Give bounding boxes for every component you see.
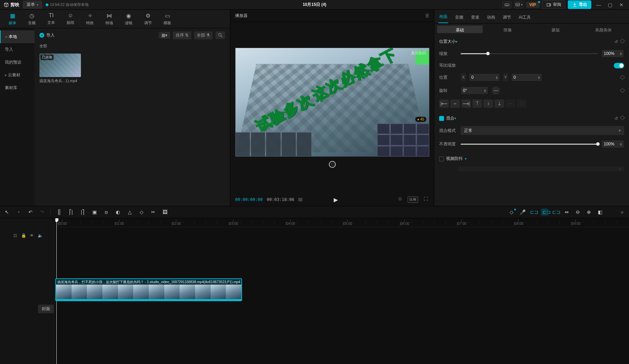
split-left[interactable]: ⎡| <box>67 209 74 215</box>
rotation-value[interactable]: 0°▴▾ <box>461 86 488 95</box>
menu-button[interactable]: 菜单▾ <box>23 1 42 9</box>
maximize-button[interactable]: ▢ <box>606 2 614 8</box>
blendmode-select[interactable]: 正常▾ <box>461 126 624 135</box>
align-right[interactable]: ⟶| <box>461 99 471 108</box>
align-vcenter[interactable]: ↕ <box>483 99 493 108</box>
keyframe-icon[interactable] <box>620 88 625 93</box>
align-top[interactable]: ⟙ <box>472 99 482 108</box>
insp-tab-speed[interactable]: 变速 <box>470 12 480 23</box>
timeline-zoom-in[interactable]: ⊕ <box>585 209 592 215</box>
stabilize-select[interactable]: ▾ <box>459 166 624 171</box>
view-grid-button[interactable]: ▦▾ <box>159 32 170 39</box>
select-tool[interactable]: ↖ <box>3 209 10 215</box>
opacity-slider[interactable] <box>461 144 598 145</box>
align-left[interactable]: |⟵ <box>439 99 449 108</box>
preview-menu-icon[interactable]: ☰ <box>425 13 429 18</box>
review-button[interactable]: 审阅 <box>542 0 565 9</box>
timeline-ruler[interactable]: |00:00|01:00|02:00|03:00|04:00|05:00|06:… <box>55 218 629 227</box>
search-button[interactable] <box>215 31 225 39</box>
tab-transition[interactable]: ⋈转场 <box>100 10 119 28</box>
timeline-zoom-out[interactable]: ⊖ <box>574 209 581 215</box>
subtab-basic[interactable]: 基础 <box>437 26 483 33</box>
nav-cloud[interactable]: 云素材 <box>0 69 35 82</box>
sort-button[interactable]: 排序 ⇅ <box>173 31 191 39</box>
align-bottom[interactable]: ⟘ <box>494 99 504 108</box>
tab-effect[interactable]: ✧特效 <box>80 10 100 28</box>
rotation-dial[interactable]: — <box>492 86 500 95</box>
minimize-button[interactable]: — <box>594 2 603 8</box>
split-right[interactable]: |⎤ <box>79 209 86 215</box>
tab-media[interactable]: ▦媒体 <box>3 10 22 28</box>
timeline-tracks[interactable]: |00:00|01:00|02:00|03:00|04:00|05:00|06:… <box>55 218 629 364</box>
nav-import[interactable]: 导入 <box>0 43 35 56</box>
split-tool[interactable]: ⎥⎢ <box>56 209 63 215</box>
keyframe-icon[interactable] <box>620 75 625 80</box>
filter-all-button[interactable]: 全部 ⚗ <box>194 31 213 39</box>
timeline-mode[interactable]: ⇔ <box>563 209 570 215</box>
safe-zone-icon[interactable]: ⦾ <box>397 197 404 203</box>
keyframe-icon[interactable] <box>620 38 625 43</box>
insp-tab-ai[interactable]: AI工具 <box>518 12 531 23</box>
import-button[interactable]: +导入 <box>39 32 55 38</box>
smart-tool[interactable]: 🖼 <box>161 209 168 215</box>
scale-value[interactable]: 100%▴▾ <box>601 49 624 58</box>
timecode-bars-icon[interactable] <box>298 198 302 201</box>
crop-tool[interactable]: ▣ <box>91 209 98 215</box>
track-mute-icon[interactable]: 🔈 <box>38 233 43 238</box>
insp-tab-anim[interactable]: 动画 <box>486 12 496 23</box>
nav-library[interactable]: 素材库 <box>0 82 35 94</box>
vip-button[interactable]: VIP <box>526 2 539 8</box>
mic-icon[interactable]: 🎤 <box>519 209 526 215</box>
opacity-value[interactable]: 100%▴▾ <box>601 140 624 148</box>
freeze-tool[interactable]: ⧈ <box>103 209 110 215</box>
insp-tab-adjust[interactable]: 调节 <box>502 12 512 23</box>
tab-adjust[interactable]: ⚙调节 <box>138 10 158 28</box>
media-item[interactable]: 已添加 搞笑海岛奇兵...1).mp4 <box>39 54 81 84</box>
video-canvas[interactable]: bilibili ● 45 试验多次， 这次必然拿下 <box>235 48 429 157</box>
insp-tab-video[interactable]: 画面 <box>438 11 448 23</box>
tab-sticker[interactable]: ☺贴纸 <box>61 10 80 27</box>
magnet-main[interactable]: ⊏⊐ <box>530 209 537 215</box>
tab-template[interactable]: ▭模板 <box>158 10 177 28</box>
scale-slider[interactable] <box>461 53 598 54</box>
video-clip[interactable]: 搞笑海岛奇兵，打不死的小强，这次能打下最后的岛吗？ - 1.studio_vid… <box>55 278 242 301</box>
track-lock-icon[interactable]: 🔒 <box>21 233 26 238</box>
keyframe-icon[interactable] <box>620 115 625 120</box>
insp-tab-audio[interactable]: 音频 <box>454 12 464 23</box>
blend-checkbox[interactable] <box>439 116 444 121</box>
reset-icon[interactable]: ↺ <box>614 39 618 44</box>
timeline-fit[interactable]: ◧ <box>596 209 603 215</box>
timeline-settings[interactable]: ○ <box>619 209 626 215</box>
tab-text[interactable]: TI文本 <box>41 10 61 27</box>
uniform-toggle[interactable] <box>614 63 624 68</box>
tab-filter[interactable]: ◉滤镜 <box>119 10 138 28</box>
subtab-mask[interactable]: 蒙版 <box>533 26 579 33</box>
rotate-tool[interactable]: ◇ <box>138 209 145 215</box>
export-button[interactable]: 导出 <box>568 0 591 9</box>
crop2-tool[interactable]: ✂ <box>150 209 157 215</box>
align-hcenter[interactable]: ↔ <box>450 99 460 108</box>
pos-x-value[interactable]: 0▴▾ <box>469 73 500 82</box>
stabilize-checkbox[interactable] <box>439 156 444 161</box>
reverse-tool[interactable]: ◐ <box>114 209 121 215</box>
track-toggle-icon[interactable]: ⊡ <box>13 233 18 238</box>
nav-presets[interactable]: 我的预设 <box>0 56 35 69</box>
ratio-button[interactable]: 比例 <box>408 197 418 203</box>
nav-local[interactable]: 本地 <box>0 30 35 43</box>
auto-subtitle[interactable]: ◇ <box>508 209 515 215</box>
keyboard-icon[interactable] <box>502 1 511 8</box>
magnet-link[interactable]: ⊏⊐ <box>541 209 548 215</box>
select-dropdown[interactable]: ▾ <box>15 210 22 214</box>
layout-icon[interactable]: ▾ <box>514 1 523 8</box>
undo-button[interactable]: ↶ <box>27 209 34 215</box>
magnet-preview[interactable]: ⊏⊐ <box>552 209 559 215</box>
close-button[interactable]: ✕ <box>617 2 626 8</box>
subtab-beauty[interactable]: 美颜美体 <box>581 26 626 33</box>
mirror-tool[interactable]: △ <box>126 209 133 215</box>
play-button[interactable]: ▶ <box>334 197 338 203</box>
pos-y-value[interactable]: 0▴▾ <box>511 73 542 82</box>
tab-audio[interactable]: ◷音频 <box>22 10 41 28</box>
cover-button[interactable]: 封面 <box>38 305 54 313</box>
transform-handle[interactable] <box>329 161 336 168</box>
subtab-cutout[interactable]: 抠像 <box>485 26 530 33</box>
